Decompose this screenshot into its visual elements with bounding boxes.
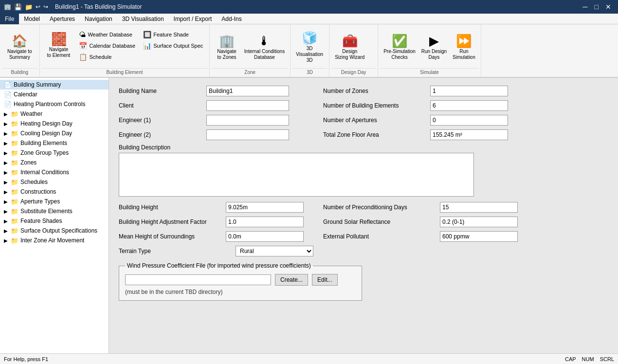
external-pollutant-input[interactable] (440, 231, 518, 242)
num-apertures-input[interactable] (430, 115, 508, 126)
maximize-button[interactable]: □ (592, 3, 601, 10)
expand-aperture-types[interactable]: ▶ (4, 199, 10, 204)
calendar-icon: 📄 (4, 91, 12, 98)
menu-navigation[interactable]: Navigation (80, 14, 117, 24)
expand-building-elements[interactable]: ▶ (4, 141, 10, 146)
number-of-zones-input[interactable] (430, 86, 508, 96)
sidebar-item-schedules[interactable]: ▶ 📁 Schedules (0, 177, 109, 187)
sidebar-item-substitute-elements[interactable]: ▶ 📁 Substitute Elements (0, 206, 109, 216)
engineer2-input[interactable] (206, 129, 289, 140)
expand-zone-group-types[interactable]: ▶ (4, 150, 10, 156)
window-controls: ─ □ ✕ (580, 3, 614, 10)
weather-folder-icon: 📁 (11, 110, 18, 118)
schedule-button[interactable]: 📋 Schedule (75, 52, 139, 62)
surface-output-spec-button[interactable]: 📊 Surface Output Spec (140, 40, 206, 51)
substitute-elements-folder-icon: 📁 (11, 207, 18, 215)
building-name-input[interactable] (206, 86, 289, 96)
run-design-days-icon: ▶ (429, 34, 439, 49)
pre-simulation-checks-button[interactable]: ✅ Pre-SimulationChecks (381, 29, 418, 64)
navigate-to-zones-button[interactable]: 🏢 Navigateto Zones (213, 29, 240, 64)
sidebar-item-cooling-design-day[interactable]: ▶ 📁 Cooling Design Day (0, 128, 109, 138)
expand-surface-output-specs[interactable]: ▶ (4, 228, 10, 234)
surface-output-icon: 📊 (143, 42, 151, 50)
redo-icon[interactable]: ↪ (43, 3, 48, 10)
create-button[interactable]: Create... (275, 274, 308, 286)
building-height-adj-input[interactable] (226, 217, 304, 227)
ribbon-building-label: Building (2, 68, 37, 76)
expand-zones[interactable]: ▶ (4, 160, 10, 165)
expand-substitute-elements[interactable]: ▶ (4, 209, 10, 214)
menu-bar: File Model Apertures Navigation 3D Visua… (0, 14, 618, 24)
ribbon-3d-label: 3D (292, 68, 327, 76)
expand-internal-conditions[interactable]: ▶ (4, 170, 10, 175)
minimize-button[interactable]: ─ (580, 3, 591, 10)
building-description-input[interactable] (119, 153, 474, 197)
number-of-zones-label: Number of Zones (323, 88, 430, 94)
navigate-to-element-button[interactable]: 🧱 Navigateto Element (43, 27, 75, 62)
engineer1-input[interactable] (206, 115, 289, 126)
sidebar-item-zones[interactable]: ▶ 📁 Zones (0, 158, 109, 167)
row-engineer2: Engineer (2) Total Zone Floor Area (119, 129, 608, 140)
sidebar-item-weather[interactable]: ▶ 📁 Weather (0, 109, 109, 119)
close-button[interactable]: ✕ (602, 3, 614, 10)
ribbon-building-items: 🏠 Navigate toSummary (2, 25, 37, 68)
sidebar-item-heating-plantroom[interactable]: 📄 Heating Plantroom Controls (0, 99, 109, 109)
expand-cooling-dd[interactable]: ▶ (4, 131, 10, 136)
total-zone-floor-area-input[interactable] (430, 129, 508, 140)
engineer1-label: Engineer (1) (119, 117, 206, 124)
weather-database-button[interactable]: 🌤 Weather Database (75, 29, 139, 40)
3d-visualisation-button[interactable]: 🧊 3DVisualisation3D (293, 29, 326, 64)
number-of-zones-field-group: Number of Zones (323, 86, 508, 96)
ribbon-zone-label: Zone (212, 68, 288, 76)
menu-3d-visualisation[interactable]: 3D Visualisation (117, 14, 169, 24)
wind-pressure-file-input[interactable] (125, 274, 271, 285)
sidebar-item-zone-group-types[interactable]: ▶ 📁 Zone Group Types (0, 148, 109, 158)
expand-feature-shades[interactable]: ▶ (4, 218, 10, 224)
engineer2-label: Engineer (2) (119, 131, 206, 138)
open-icon[interactable]: 📁 (25, 3, 33, 11)
sidebar-item-feature-shades[interactable]: ▶ 📁 Feature Shades (0, 216, 109, 226)
content-area: Building Name Number of Zones Client Num… (109, 78, 618, 353)
feature-shade-button[interactable]: 🔲 Feature Shade (140, 29, 206, 40)
menu-import-export[interactable]: Import / Export (169, 14, 217, 24)
menu-file[interactable]: File (0, 14, 19, 24)
terrain-type-select[interactable]: Rural City Suburban Country Sea (236, 246, 313, 256)
wind-pressure-note: (must be in the current TBD directory) (125, 289, 356, 295)
ground-solar-input[interactable] (440, 217, 518, 227)
sidebar-item-calendar[interactable]: 📄 Calendar (0, 90, 109, 99)
sidebar-item-inter-zone-air[interactable]: ▶ 📁 Inter Zone Air Movement (0, 236, 109, 245)
client-input[interactable] (206, 100, 289, 111)
sidebar-item-constructions[interactable]: ▶ 📁 Constructions (0, 187, 109, 197)
building-height-input[interactable] (226, 202, 304, 213)
undo-icon[interactable]: ↩ (36, 3, 40, 10)
ribbon-group-zone: 🏢 Navigateto Zones 🌡 Internal Conditions… (210, 24, 291, 77)
num-building-elements-input[interactable] (430, 100, 508, 111)
building-element-small-group: 🌤 Weather Database 📅 Calendar Database 📋… (75, 29, 139, 62)
run-design-days-button[interactable]: ▶ Run DesignDays (419, 29, 449, 64)
sidebar-item-aperture-types[interactable]: ▶ 📁 Aperture Types (0, 197, 109, 206)
internal-conditions-button[interactable]: 🌡 Internal ConditionsDatabase (242, 29, 287, 64)
navigate-to-summary-button[interactable]: 🏠 Navigate toSummary (3, 29, 36, 64)
save-icon[interactable]: 💾 (14, 3, 22, 11)
sidebar-item-internal-conditions[interactable]: ▶ 📁 Internal Conditions (0, 167, 109, 177)
sidebar-item-heating-design-day[interactable]: ▶ 📁 Heating Design Day (0, 119, 109, 128)
expand-heating-dd[interactable]: ▶ (4, 121, 10, 127)
expand-inter-zone-air[interactable]: ▶ (4, 238, 10, 243)
external-pollutant-label: External Pollutant (323, 233, 440, 240)
menu-apertures[interactable]: Apertures (45, 14, 80, 24)
calendar-database-button[interactable]: 📅 Calendar Database (75, 40, 139, 51)
menu-model[interactable]: Model (19, 14, 45, 24)
menu-add-ins[interactable]: Add-Ins (217, 14, 246, 24)
num-preconditioning-input[interactable] (440, 202, 518, 213)
navigate-element-icon: 🧱 (51, 32, 67, 47)
expand-constructions[interactable]: ▶ (4, 189, 10, 195)
design-sizing-wizard-button[interactable]: 🧰 DesignSizing Wizard (332, 29, 367, 64)
expand-weather[interactable]: ▶ (4, 111, 10, 117)
expand-schedules[interactable]: ▶ (4, 180, 10, 185)
sidebar-item-building-elements[interactable]: ▶ 📁 Building Elements (0, 138, 109, 148)
edit-button[interactable]: Edit... (312, 274, 338, 286)
sidebar-item-building-summary[interactable]: 📄 Building Summary (0, 80, 109, 90)
sidebar-item-surface-output-specs[interactable]: ▶ 📁 Surface Output Specifications (0, 226, 109, 236)
run-simulation-button[interactable]: ⏩ RunSimulation (450, 29, 478, 64)
mean-height-input[interactable] (226, 231, 304, 242)
